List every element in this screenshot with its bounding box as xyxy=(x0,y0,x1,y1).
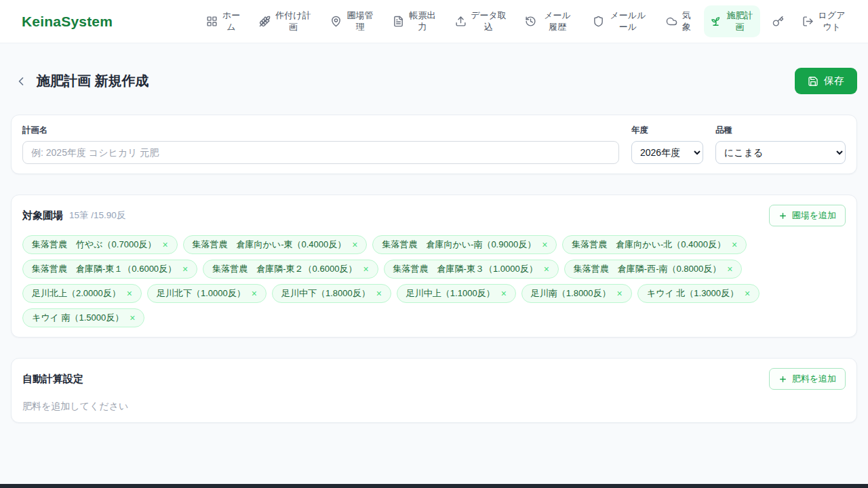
nav-item-report-output[interactable]: 帳票出力 xyxy=(387,5,443,38)
nav-label: 気象 xyxy=(682,10,692,33)
field-tag: 集落営農 倉庫隣-東３（1.0000反）× xyxy=(384,260,559,279)
plan-form-card: 計画名 年度 2026年度 品種 にこまる xyxy=(11,115,857,174)
history-icon xyxy=(525,16,536,27)
app-logo: KeinaSystem xyxy=(22,14,113,30)
nav-item-logout[interactable]: ログアウト xyxy=(796,5,852,38)
field-tag-label: 集落営農 倉庫向かい-東（0.4000反） xyxy=(193,239,347,251)
nav-label: メールルール xyxy=(608,10,648,33)
variety-label: 品種 xyxy=(715,125,846,136)
close-icon[interactable]: × xyxy=(363,264,368,274)
field-tag-label: 集落営農 倉庫向かい-北（0.4000反） xyxy=(572,239,726,251)
nav-label: 施肥計画 xyxy=(726,10,754,33)
page-header: 施肥計画 新規作成 保存 xyxy=(0,43,868,94)
close-icon[interactable]: × xyxy=(182,264,188,274)
field-tag-label: 集落営農 倉庫向かい-南（0.9000反） xyxy=(382,239,536,251)
nav-item-data-import[interactable]: データ取込 xyxy=(449,5,513,38)
wheat-icon xyxy=(259,16,271,27)
field-tag-label: 集落営農 倉庫隣-西-南（0.8000反） xyxy=(574,263,721,275)
close-icon[interactable]: × xyxy=(127,289,132,298)
field-tag: キウイ 南（1.5000反）× xyxy=(22,308,144,327)
field-tag-list: 集落営農 竹やぶ（0.7000反）× 集落営農 倉庫向かい-東（0.4000反）… xyxy=(22,235,846,327)
field-tag: 集落営農 倉庫隣-西-南（0.8000反）× xyxy=(564,260,743,279)
page-title: 施肥計画 新規作成 xyxy=(37,72,149,90)
year-label: 年度 xyxy=(631,125,703,136)
field-tag: 集落営農 倉庫隣-東２（0.6000反）× xyxy=(203,260,378,279)
field-tag-label: 集落営農 倉庫隣-東２（0.6000反） xyxy=(212,263,357,275)
field-tag-label: 足川中下（1.8000反） xyxy=(281,287,370,300)
upload-icon xyxy=(455,16,467,27)
field-tag: 集落営農 倉庫向かい-東（0.4000反）× xyxy=(183,235,368,254)
auto-calc-title: 自動計算設定 xyxy=(22,373,83,386)
target-fields-card: 対象圃場 15筆 /15.90反 圃場を追加 集落営農 竹やぶ（0.7000反）… xyxy=(11,195,857,338)
add-field-button-label: 圃場を追加 xyxy=(792,209,836,222)
field-tag: 足川北下（1.0000反）× xyxy=(147,284,267,303)
save-button-label: 保存 xyxy=(824,75,844,87)
nav-label: 作付け計画 xyxy=(275,10,312,33)
nav-label: 圃場管理 xyxy=(346,10,374,33)
close-icon[interactable]: × xyxy=(501,289,507,298)
close-icon[interactable]: × xyxy=(162,240,167,249)
cloud-icon xyxy=(666,16,677,27)
field-tag-label: 集落営農 倉庫隣-東３（1.0000反） xyxy=(393,263,538,275)
key-icon xyxy=(772,16,784,27)
fields-count: 15筆 /15.90反 xyxy=(69,209,125,222)
grid-icon xyxy=(206,16,218,27)
field-tag: 足川北上（2.0000反）× xyxy=(22,284,142,303)
save-icon xyxy=(808,76,818,87)
back-button[interactable] xyxy=(11,71,31,92)
field-tag-label: 集落営農 倉庫隣-東１（0.6000反） xyxy=(32,263,176,275)
field-tag: キウイ 北（1.3000反）× xyxy=(637,284,760,303)
field-tag-label: 足川中上（1.1000反） xyxy=(406,287,495,300)
close-icon[interactable]: × xyxy=(617,289,623,298)
save-button[interactable]: 保存 xyxy=(795,68,857,94)
field-tag-label: 足川南（1.8000反） xyxy=(531,287,611,300)
fields-section-title: 対象圃場 xyxy=(22,209,63,222)
field-tag-label: 足川北上（2.0000反） xyxy=(32,287,121,300)
close-icon[interactable]: × xyxy=(376,289,382,298)
nav-label: メール履歴 xyxy=(540,10,574,33)
field-tag: 足川中上（1.1000反）× xyxy=(397,284,516,303)
variety-select[interactable]: にこまる xyxy=(715,141,846,164)
nav-label: 帳票出力 xyxy=(408,10,437,33)
file-text-icon xyxy=(393,16,404,27)
field-tag-label: キウイ 北（1.3000反） xyxy=(647,287,738,300)
add-fertilizer-button[interactable]: 肥料を追加 xyxy=(769,368,846,390)
nav-item-home[interactable]: ホーム xyxy=(200,5,247,38)
plan-name-label: 計画名 xyxy=(22,125,619,136)
close-icon[interactable]: × xyxy=(542,240,547,249)
nav-item-mail-history[interactable]: メール履歴 xyxy=(519,5,580,38)
close-icon[interactable]: × xyxy=(544,264,549,274)
close-icon[interactable]: × xyxy=(727,264,732,274)
close-icon[interactable]: × xyxy=(732,240,737,249)
close-icon[interactable]: × xyxy=(745,289,750,298)
plan-name-input[interactable] xyxy=(22,141,619,164)
nav-label: データ取込 xyxy=(471,10,507,33)
close-icon[interactable]: × xyxy=(352,240,357,249)
top-navigation: KeinaSystem ホーム 作付け計画 圃場管理 帳票出力 データ取込 メー… xyxy=(0,0,868,43)
chevron-left-icon xyxy=(14,75,28,88)
nav-item-weather[interactable]: 気象 xyxy=(660,5,698,38)
nav-item-field-management[interactable]: 圃場管理 xyxy=(324,5,380,38)
field-tag-label: キウイ 南（1.5000反） xyxy=(32,312,123,324)
field-tag: 集落営農 倉庫向かい-北（0.4000反）× xyxy=(562,235,747,254)
plus-icon xyxy=(778,375,787,384)
sprout-icon xyxy=(710,16,722,27)
fertilizer-empty-text: 肥料を追加してください xyxy=(22,401,846,413)
nav-item-key[interactable] xyxy=(766,11,790,32)
nav-item-fertilization-plan[interactable]: 施肥計画 xyxy=(704,5,760,38)
field-tag-label: 集落営農 竹やぶ（0.7000反） xyxy=(32,239,156,251)
field-tag: 集落営農 倉庫向かい-南（0.9000反）× xyxy=(372,235,557,254)
nav-item-mail-rules[interactable]: メールルール xyxy=(587,5,654,38)
map-pin-icon xyxy=(330,16,342,27)
bottom-bar xyxy=(0,484,868,488)
nav-label: ホーム xyxy=(222,10,241,33)
add-field-button[interactable]: 圃場を追加 xyxy=(769,205,846,226)
close-icon[interactable]: × xyxy=(252,289,257,298)
nav-item-planting-plan[interactable]: 作付け計画 xyxy=(253,5,318,38)
nav-menu: ホーム 作付け計画 圃場管理 帳票出力 データ取込 メール履歴 メールルール xyxy=(200,5,852,38)
plus-icon xyxy=(778,211,787,220)
year-select[interactable]: 2026年度 xyxy=(631,141,703,164)
field-tag: 足川中下（1.8000反）× xyxy=(272,284,391,303)
close-icon[interactable]: × xyxy=(130,313,135,323)
field-tag: 集落営農 倉庫隣-東１（0.6000反）× xyxy=(22,260,197,279)
